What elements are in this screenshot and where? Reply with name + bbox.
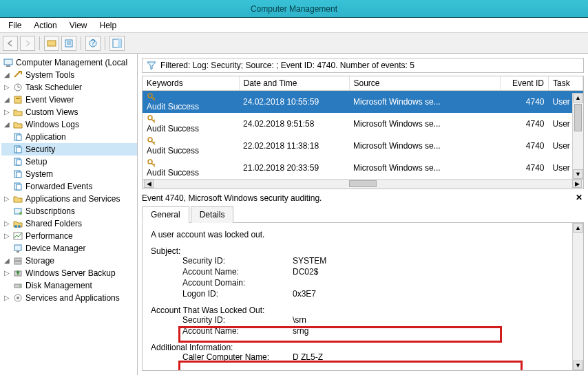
table-row[interactable]: Audit Success24.02.2018 9:51:58Microsoft… bbox=[143, 113, 583, 135]
expand-icon[interactable]: ▷ bbox=[3, 108, 11, 116]
funnel-icon bbox=[147, 61, 156, 70]
tree-forwarded[interactable]: Forwarded Events bbox=[1, 180, 137, 193]
table-row[interactable]: Audit Success24.02.2018 10:55:59Microsof… bbox=[143, 90, 583, 113]
help-button[interactable]: ? bbox=[85, 36, 101, 51]
table-row[interactable]: Audit Success22.02.2018 11:38:18Microsof… bbox=[143, 135, 583, 157]
label: Windows Server Backup bbox=[25, 267, 116, 279]
expand-icon[interactable]: ▷ bbox=[3, 294, 11, 302]
forward-button[interactable] bbox=[20, 36, 35, 51]
locked-label: Account That Was Locked Out: bbox=[151, 306, 575, 315]
tree: Computer Management (Local ◢System Tools… bbox=[1, 56, 137, 304]
svg-rect-12 bbox=[16, 98, 20, 99]
tree-task-scheduler[interactable]: ▷Task Scheduler bbox=[1, 81, 137, 94]
properties-button[interactable] bbox=[61, 36, 76, 51]
label: Security bbox=[25, 143, 55, 156]
close-detail-button[interactable]: ✕ bbox=[574, 193, 584, 203]
expand-icon[interactable]: ▷ bbox=[3, 219, 11, 228]
tree-wsb[interactable]: ▷Windows Server Backup bbox=[1, 267, 137, 279]
tab-general[interactable]: General bbox=[142, 206, 189, 223]
collapse-icon[interactable]: ◢ bbox=[3, 120, 11, 129]
separator bbox=[39, 36, 40, 50]
scroll-thumb[interactable] bbox=[574, 104, 582, 131]
window-title: Computer Management bbox=[251, 4, 337, 14]
scroll-down-icon[interactable]: ▼ bbox=[573, 169, 583, 179]
additional-label: Additional Information: bbox=[151, 343, 575, 352]
back-button[interactable] bbox=[3, 36, 18, 51]
scroll-up-icon[interactable]: ▲ bbox=[573, 223, 583, 233]
tree-root[interactable]: Computer Management (Local bbox=[1, 56, 137, 69]
tree-event-viewer[interactable]: ◢Event Viewer bbox=[1, 94, 137, 106]
label: Task Scheduler bbox=[25, 81, 82, 94]
tree-setup[interactable]: Setup bbox=[1, 156, 137, 168]
tree-system[interactable]: System bbox=[1, 168, 137, 180]
tree-app-services[interactable]: ▷Applications and Services bbox=[1, 193, 137, 205]
cell-keywords: Audit Success bbox=[143, 113, 239, 135]
svg-rect-1 bbox=[65, 40, 72, 47]
collapse-icon[interactable]: ◢ bbox=[3, 257, 11, 265]
table-row[interactable]: Audit Success21.02.2018 20:33:59Microsof… bbox=[143, 157, 583, 179]
menu-help[interactable]: Help bbox=[94, 19, 123, 32]
grid-hscroll[interactable]: ◀ ▶ bbox=[143, 179, 583, 189]
menu-action[interactable]: Action bbox=[28, 19, 62, 32]
svg-rect-9 bbox=[6, 65, 10, 67]
tree-device-manager[interactable]: Device Manager bbox=[1, 242, 137, 255]
col-datetime[interactable]: Date and Time bbox=[239, 76, 349, 91]
expand-icon[interactable]: ▷ bbox=[3, 83, 11, 92]
event-grid[interactable]: Keywords Date and Time Source Event ID T… bbox=[142, 76, 584, 189]
folder-icon bbox=[12, 107, 23, 118]
tree-subscriptions[interactable]: Subscriptions bbox=[1, 205, 137, 217]
tools-icon bbox=[12, 69, 23, 81]
expand-icon[interactable]: ▷ bbox=[3, 232, 11, 240]
cell-eventid: 4740 bbox=[501, 113, 549, 135]
event-viewer-icon bbox=[12, 94, 23, 105]
caller-label: Caller Computer Name: bbox=[182, 352, 293, 362]
detail-tabs: General Details bbox=[142, 206, 584, 223]
menu-file[interactable]: File bbox=[3, 19, 27, 32]
label: Windows Logs bbox=[25, 118, 79, 131]
scroll-up-icon[interactable]: ▲ bbox=[573, 93, 583, 103]
tree-disk-mgmt[interactable]: Disk Management bbox=[1, 279, 137, 292]
menu-bar: File Action View Help bbox=[0, 18, 588, 33]
tree-services-apps[interactable]: ▷Services and Applications bbox=[1, 292, 137, 304]
grid-vscroll[interactable]: ▲ ▼ bbox=[572, 93, 583, 179]
tree-windows-logs[interactable]: ◢Windows Logs bbox=[1, 118, 137, 131]
scroll-left-icon[interactable]: ◀ bbox=[144, 180, 154, 188]
tree-performance[interactable]: ▷Performance bbox=[1, 230, 137, 242]
svg-rect-8 bbox=[4, 59, 12, 65]
svg-rect-30 bbox=[14, 258, 21, 261]
expand-icon[interactable]: ▷ bbox=[3, 269, 11, 277]
detail-vscroll[interactable]: ▲ ▼ bbox=[572, 223, 583, 370]
expand-icon[interactable]: ▷ bbox=[3, 195, 11, 203]
svg-text:?: ? bbox=[91, 39, 96, 47]
menu-view[interactable]: View bbox=[64, 19, 93, 32]
cell-keywords: Audit Success bbox=[143, 135, 239, 157]
label: Setup bbox=[25, 156, 47, 168]
collapse-icon[interactable]: ◢ bbox=[3, 96, 11, 104]
locked-account-value: srng bbox=[293, 326, 575, 336]
col-source[interactable]: Source bbox=[349, 76, 501, 91]
col-eventid[interactable]: Event ID bbox=[501, 76, 549, 91]
arrow-right-icon bbox=[23, 39, 32, 47]
col-task[interactable]: Task bbox=[549, 76, 583, 91]
tab-details[interactable]: Details bbox=[191, 206, 234, 223]
svg-rect-14 bbox=[17, 135, 21, 140]
svg-point-36 bbox=[17, 297, 19, 299]
tree-shared-folders[interactable]: ▷Shared Folders bbox=[1, 217, 137, 230]
svg-rect-31 bbox=[14, 261, 21, 264]
col-keywords[interactable]: Keywords bbox=[143, 76, 239, 91]
tree-storage[interactable]: ◢Storage bbox=[1, 255, 137, 267]
tree-custom-views[interactable]: ▷Custom Views bbox=[1, 106, 137, 118]
tree-application[interactable]: Application bbox=[1, 131, 137, 143]
tree-pane[interactable]: Computer Management (Local ◢System Tools… bbox=[0, 54, 138, 375]
action-pane-button[interactable] bbox=[109, 36, 125, 51]
scroll-right-icon[interactable]: ▶ bbox=[572, 180, 582, 188]
locked-secid-value: \srn bbox=[293, 315, 575, 325]
label: Services and Applications bbox=[25, 292, 120, 304]
show-hide-button[interactable] bbox=[44, 36, 59, 51]
scroll-thumb[interactable] bbox=[349, 180, 377, 187]
collapse-icon[interactable]: ◢ bbox=[3, 71, 11, 79]
cell-datetime: 24.02.2018 9:51:58 bbox=[239, 113, 349, 135]
tree-security[interactable]: Security bbox=[1, 143, 137, 156]
scroll-down-icon[interactable]: ▼ bbox=[573, 361, 583, 370]
tree-system-tools[interactable]: ◢System Tools bbox=[1, 69, 137, 81]
